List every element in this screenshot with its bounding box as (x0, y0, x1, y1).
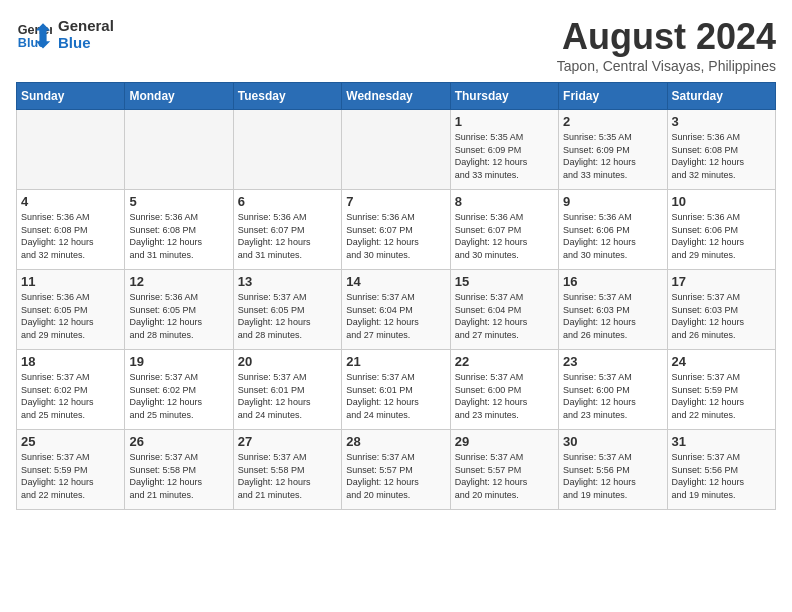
weekday-header-saturday: Saturday (667, 83, 775, 110)
calendar-cell: 1Sunrise: 5:35 AM Sunset: 6:09 PM Daylig… (450, 110, 558, 190)
calendar-cell: 19Sunrise: 5:37 AM Sunset: 6:02 PM Dayli… (125, 350, 233, 430)
day-number: 18 (21, 354, 120, 369)
day-number: 22 (455, 354, 554, 369)
day-number: 25 (21, 434, 120, 449)
day-info: Sunrise: 5:36 AM Sunset: 6:07 PM Dayligh… (238, 211, 337, 261)
day-number: 26 (129, 434, 228, 449)
day-number: 6 (238, 194, 337, 209)
day-number: 13 (238, 274, 337, 289)
day-number: 15 (455, 274, 554, 289)
calendar-cell: 7Sunrise: 5:36 AM Sunset: 6:07 PM Daylig… (342, 190, 450, 270)
day-number: 23 (563, 354, 662, 369)
day-number: 30 (563, 434, 662, 449)
calendar-cell (342, 110, 450, 190)
day-number: 27 (238, 434, 337, 449)
weekday-header-thursday: Thursday (450, 83, 558, 110)
day-number: 1 (455, 114, 554, 129)
calendar-cell: 31Sunrise: 5:37 AM Sunset: 5:56 PM Dayli… (667, 430, 775, 510)
logo-general-text: General (58, 17, 114, 34)
calendar-cell: 3Sunrise: 5:36 AM Sunset: 6:08 PM Daylig… (667, 110, 775, 190)
day-info: Sunrise: 5:37 AM Sunset: 6:03 PM Dayligh… (672, 291, 771, 341)
calendar-cell: 23Sunrise: 5:37 AM Sunset: 6:00 PM Dayli… (559, 350, 667, 430)
day-number: 21 (346, 354, 445, 369)
page-header: General Blue General Blue August 2024 Ta… (16, 16, 776, 74)
day-info: Sunrise: 5:36 AM Sunset: 6:06 PM Dayligh… (672, 211, 771, 261)
calendar-week-row: 4Sunrise: 5:36 AM Sunset: 6:08 PM Daylig… (17, 190, 776, 270)
day-info: Sunrise: 5:35 AM Sunset: 6:09 PM Dayligh… (563, 131, 662, 181)
logo-blue-text: Blue (58, 34, 114, 51)
day-number: 19 (129, 354, 228, 369)
weekday-header-friday: Friday (559, 83, 667, 110)
day-info: Sunrise: 5:36 AM Sunset: 6:07 PM Dayligh… (455, 211, 554, 261)
calendar-cell: 11Sunrise: 5:36 AM Sunset: 6:05 PM Dayli… (17, 270, 125, 350)
day-info: Sunrise: 5:37 AM Sunset: 6:00 PM Dayligh… (455, 371, 554, 421)
weekday-header-row: SundayMondayTuesdayWednesdayThursdayFrid… (17, 83, 776, 110)
calendar-cell: 4Sunrise: 5:36 AM Sunset: 6:08 PM Daylig… (17, 190, 125, 270)
day-info: Sunrise: 5:35 AM Sunset: 6:09 PM Dayligh… (455, 131, 554, 181)
calendar-cell: 5Sunrise: 5:36 AM Sunset: 6:08 PM Daylig… (125, 190, 233, 270)
day-number: 8 (455, 194, 554, 209)
day-info: Sunrise: 5:37 AM Sunset: 6:04 PM Dayligh… (346, 291, 445, 341)
month-year-title: August 2024 (557, 16, 776, 58)
day-info: Sunrise: 5:37 AM Sunset: 5:57 PM Dayligh… (455, 451, 554, 501)
day-number: 17 (672, 274, 771, 289)
calendar-cell (17, 110, 125, 190)
weekday-header-monday: Monday (125, 83, 233, 110)
calendar-cell: 13Sunrise: 5:37 AM Sunset: 6:05 PM Dayli… (233, 270, 341, 350)
day-info: Sunrise: 5:37 AM Sunset: 6:05 PM Dayligh… (238, 291, 337, 341)
calendar-cell: 6Sunrise: 5:36 AM Sunset: 6:07 PM Daylig… (233, 190, 341, 270)
weekday-header-tuesday: Tuesday (233, 83, 341, 110)
calendar-week-row: 25Sunrise: 5:37 AM Sunset: 5:59 PM Dayli… (17, 430, 776, 510)
day-number: 9 (563, 194, 662, 209)
day-info: Sunrise: 5:37 AM Sunset: 6:03 PM Dayligh… (563, 291, 662, 341)
day-number: 4 (21, 194, 120, 209)
day-number: 11 (21, 274, 120, 289)
calendar-week-row: 11Sunrise: 5:36 AM Sunset: 6:05 PM Dayli… (17, 270, 776, 350)
calendar-cell: 24Sunrise: 5:37 AM Sunset: 5:59 PM Dayli… (667, 350, 775, 430)
day-info: Sunrise: 5:37 AM Sunset: 6:04 PM Dayligh… (455, 291, 554, 341)
calendar-cell: 10Sunrise: 5:36 AM Sunset: 6:06 PM Dayli… (667, 190, 775, 270)
day-number: 2 (563, 114, 662, 129)
logo-icon: General Blue (16, 16, 52, 52)
calendar-cell (125, 110, 233, 190)
day-info: Sunrise: 5:37 AM Sunset: 5:56 PM Dayligh… (563, 451, 662, 501)
day-number: 28 (346, 434, 445, 449)
day-number: 24 (672, 354, 771, 369)
calendar-cell: 26Sunrise: 5:37 AM Sunset: 5:58 PM Dayli… (125, 430, 233, 510)
day-info: Sunrise: 5:36 AM Sunset: 6:07 PM Dayligh… (346, 211, 445, 261)
calendar-cell: 28Sunrise: 5:37 AM Sunset: 5:57 PM Dayli… (342, 430, 450, 510)
day-info: Sunrise: 5:37 AM Sunset: 6:01 PM Dayligh… (346, 371, 445, 421)
day-number: 16 (563, 274, 662, 289)
day-info: Sunrise: 5:37 AM Sunset: 5:59 PM Dayligh… (672, 371, 771, 421)
day-info: Sunrise: 5:36 AM Sunset: 6:06 PM Dayligh… (563, 211, 662, 261)
calendar-cell: 29Sunrise: 5:37 AM Sunset: 5:57 PM Dayli… (450, 430, 558, 510)
day-info: Sunrise: 5:37 AM Sunset: 5:57 PM Dayligh… (346, 451, 445, 501)
day-info: Sunrise: 5:37 AM Sunset: 5:56 PM Dayligh… (672, 451, 771, 501)
day-info: Sunrise: 5:37 AM Sunset: 6:02 PM Dayligh… (21, 371, 120, 421)
day-info: Sunrise: 5:36 AM Sunset: 6:08 PM Dayligh… (129, 211, 228, 261)
calendar-cell: 14Sunrise: 5:37 AM Sunset: 6:04 PM Dayli… (342, 270, 450, 350)
calendar-cell: 15Sunrise: 5:37 AM Sunset: 6:04 PM Dayli… (450, 270, 558, 350)
day-number: 20 (238, 354, 337, 369)
day-number: 31 (672, 434, 771, 449)
day-info: Sunrise: 5:36 AM Sunset: 6:08 PM Dayligh… (672, 131, 771, 181)
calendar-cell: 16Sunrise: 5:37 AM Sunset: 6:03 PM Dayli… (559, 270, 667, 350)
day-number: 5 (129, 194, 228, 209)
calendar-week-row: 18Sunrise: 5:37 AM Sunset: 6:02 PM Dayli… (17, 350, 776, 430)
calendar-table: SundayMondayTuesdayWednesdayThursdayFrid… (16, 82, 776, 510)
day-number: 14 (346, 274, 445, 289)
day-number: 12 (129, 274, 228, 289)
day-info: Sunrise: 5:36 AM Sunset: 6:08 PM Dayligh… (21, 211, 120, 261)
day-info: Sunrise: 5:36 AM Sunset: 6:05 PM Dayligh… (129, 291, 228, 341)
calendar-week-row: 1Sunrise: 5:35 AM Sunset: 6:09 PM Daylig… (17, 110, 776, 190)
day-info: Sunrise: 5:37 AM Sunset: 6:01 PM Dayligh… (238, 371, 337, 421)
weekday-header-wednesday: Wednesday (342, 83, 450, 110)
calendar-cell: 18Sunrise: 5:37 AM Sunset: 6:02 PM Dayli… (17, 350, 125, 430)
calendar-cell: 20Sunrise: 5:37 AM Sunset: 6:01 PM Dayli… (233, 350, 341, 430)
day-number: 29 (455, 434, 554, 449)
day-info: Sunrise: 5:37 AM Sunset: 5:58 PM Dayligh… (238, 451, 337, 501)
day-number: 3 (672, 114, 771, 129)
day-number: 10 (672, 194, 771, 209)
calendar-cell: 22Sunrise: 5:37 AM Sunset: 6:00 PM Dayli… (450, 350, 558, 430)
day-number: 7 (346, 194, 445, 209)
